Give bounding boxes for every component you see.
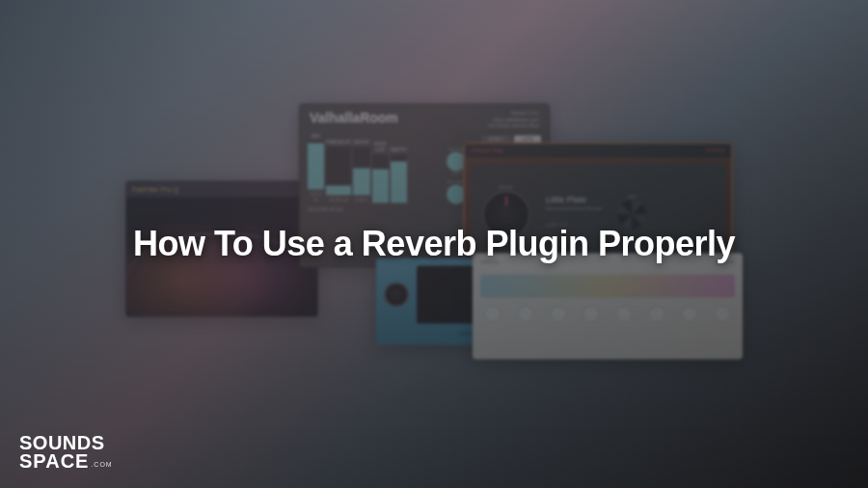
logo-dotcom: .COM (91, 462, 112, 469)
article-headline: How To Use a Reverb Plugin Properly (133, 224, 735, 264)
hero-banner: FabFilter Pro-Q ValhallaRoom Version 1.5… (0, 0, 868, 488)
logo-line2: SPACE .COM (19, 452, 113, 471)
site-logo: SOUNDS SPACE .COM (19, 434, 113, 471)
